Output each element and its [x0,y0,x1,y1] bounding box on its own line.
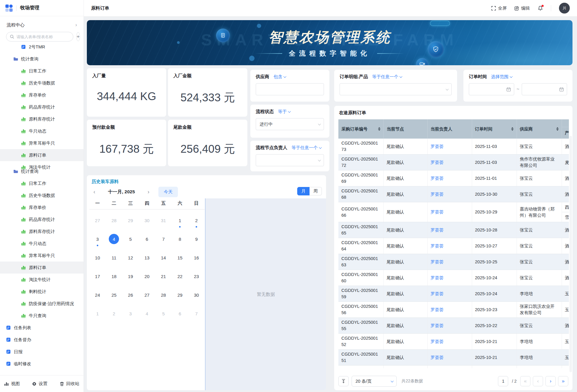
calendar-day[interactable]: 26 [122,287,139,303]
table-row[interactable]: CGDDYL-202500151尾款确认罗荟荟2025-10-21李培培玉米 [338,350,569,366]
calendar-day[interactable]: 29 [122,213,139,228]
owner-link[interactable]: 罗荟荟 [431,275,444,280]
calendar-day[interactable]: 31 [155,213,172,228]
status-filter-select[interactable]: 进行中 [256,118,324,130]
owner-link[interactable]: 罗荟荟 [431,192,444,197]
table-row[interactable]: CGDDYL-202500160尾款确认罗荟荟2025-10-24张宝云酒糟 [338,270,569,286]
sidebar-item[interactable]: 牛只查询 [0,310,84,322]
sort-icon[interactable] [556,127,559,131]
sort-icon[interactable] [378,127,380,131]
calendar-day[interactable]: 4 [139,306,155,321]
sidebar-search[interactable] [6,32,73,41]
calendar-day[interactable]: 30 [188,287,205,303]
column-header[interactable]: 订单时间 [472,119,517,139]
fullscreen-button[interactable]: 全屏 [491,5,507,11]
filter-operator[interactable]: 等于任意一个 [372,74,401,80]
calendar-day[interactable]: 27 [89,213,106,228]
notifications-button[interactable] [538,5,543,11]
calendar-day[interactable]: 1 [89,306,106,321]
table-row[interactable]: CGDDYL-202500173尾款确认罗荟荟2025-11-03张宝云酒糟 [338,139,569,155]
page-size-select[interactable]: 20 条/页 [352,376,397,387]
sidebar-item[interactable]: 药品库存统计 [0,101,84,113]
orders-table-viewport[interactable]: 采购订单编号当前节点当前负责人订单时间供应商产品 CGDDYL-20250017… [338,119,569,368]
owner-link[interactable]: 罗荟荟 [431,160,444,165]
calendar-day[interactable]: 6 [139,231,155,247]
calendar-day[interactable]: 3 [122,306,139,321]
sidebar-item[interactable]: 淘汰牛统计 [0,274,84,286]
table-row[interactable]: CGDDYL-202500155尾款确认罗荟荟2025-10-22张宝云酒糟 [338,318,569,334]
sidebar-item[interactable]: 库存单价 [0,89,84,101]
calendar-day[interactable]: 24 [89,287,106,303]
calendar-day[interactable]: 28 [155,287,172,303]
sidebar-item[interactable]: 统计查询 [0,53,84,65]
calendar-day[interactable]: 2 [188,213,205,228]
sidebar-item[interactable]: 原料订单 [0,149,84,161]
product-filter-select[interactable] [340,83,452,95]
calendar-day[interactable]: 27 [139,287,155,303]
node-owner-filter-select[interactable] [256,154,324,166]
table-row[interactable]: CGDDYL-202500165尾款确认罗荟荟2025-10-28张宝云酒糟 [338,222,569,238]
table-row[interactable]: CGDDYL-202500152尾款确认罗荟荟2025-10-21李培培玉米 [338,334,569,350]
owner-link[interactable]: 罗荟荟 [431,210,444,214]
table-row[interactable]: CGDDYL-202500150尾款确认罗荟荟2025-10-21张宝云酒糟 [338,366,569,369]
table-scrollbar[interactable] [569,136,572,372]
calendar-day[interactable]: 9 [188,231,205,247]
calendar-day[interactable]: 21 [155,268,172,284]
calendar-day[interactable]: 17 [89,268,106,284]
sidebar-item[interactable]: 日报 [0,346,84,358]
sidebar-item[interactable]: 牛只动态 [0,237,84,250]
sidebar-item[interactable]: 任务列表 [0,322,84,334]
table-row[interactable]: CGDDYL-202500166尾款确认罗荟荟2025-10-29嘉吉动物营养（… [338,202,569,222]
calendar-day[interactable]: 28 [106,213,122,228]
calendar-day[interactable]: 18 [106,268,122,284]
first-page-button[interactable]: « [520,376,530,386]
column-header[interactable]: 采购订单编号 [338,119,383,139]
filter-operator[interactable]: 包含 [273,74,285,80]
calendar-next-button[interactable]: › [144,189,153,195]
sidebar-item[interactable]: 原料库存统计 [0,225,84,237]
calendar-day[interactable]: 4 [106,231,122,247]
calendar-day[interactable]: 19 [122,268,139,284]
calendar-day[interactable]: 5 [122,231,139,247]
sidebar-item[interactable]: 药品库存统计 [0,213,84,225]
calendar-day[interactable]: 20 [139,268,155,284]
sidebar-item[interactable]: 历史牛场数据 [0,77,84,89]
calendar-day[interactable]: 1 [172,213,188,228]
calendar-day[interactable]: 22 [172,268,188,284]
calendar-day[interactable]: 12 [122,250,139,265]
prev-page-button[interactable]: ‹ [533,376,543,386]
calendar-day[interactable]: 16 [188,250,205,265]
edit-button[interactable]: 编辑 [514,5,530,11]
calendar-day[interactable]: 30 [139,213,155,228]
owner-link[interactable]: 罗荟荟 [431,144,444,149]
owner-link[interactable]: 罗荟荟 [431,243,444,248]
calendar-prev-button[interactable]: ‹ [90,189,99,195]
calendar-day[interactable]: 15 [172,250,188,265]
collapse-button[interactable] [338,376,349,386]
filter-operator[interactable]: 等于 [278,109,290,115]
sidebar-item[interactable]: 防疫保健-治疗用药情况 [0,298,84,310]
recycle-bin-button[interactable]: 回收站 [60,381,80,387]
sidebar-item[interactable]: 任务督办 [0,334,84,346]
owner-link[interactable]: 罗荟荟 [431,228,444,232]
owner-link[interactable]: 罗荟荟 [431,176,444,181]
last-page-button[interactable]: » [558,376,568,386]
table-row[interactable]: CGDDYL-202500163尾款确认罗荟荟2025-10-25张宝云酒糟 [338,254,569,270]
table-row[interactable]: CGDDYL-202500172尾款确认罗荟荟2025-11-03焦作市优牧源草… [338,155,569,170]
table-row[interactable]: CGDDYL-202500159尾款确认罗荟荟2025-10-24李培培玉米 [338,286,569,302]
owner-link[interactable]: 罗荟荟 [431,291,444,296]
plus-button[interactable]: + [76,32,80,41]
table-row[interactable]: CGDDYL-202500164尾款确认罗荟荟2025-10-27张宝云酒糟 [338,238,569,254]
calendar-day[interactable]: 23 [188,268,205,284]
sort-icon[interactable] [511,127,514,131]
calendar-today-button[interactable]: 今天 [158,187,178,197]
calendar-day[interactable]: 29 [172,287,188,303]
user-avatar[interactable]: 川 [559,3,570,14]
search-input[interactable] [17,35,69,39]
calendar-day[interactable]: 3 [89,231,106,247]
sidebar-item[interactable]: 牛只动态 [0,125,84,137]
column-header[interactable]: 供应商 [517,119,562,139]
month-view-button[interactable]: 月 [297,187,310,195]
sidebar-item[interactable]: 临时修改 [0,358,84,370]
owner-link[interactable]: 罗荟荟 [431,323,444,328]
